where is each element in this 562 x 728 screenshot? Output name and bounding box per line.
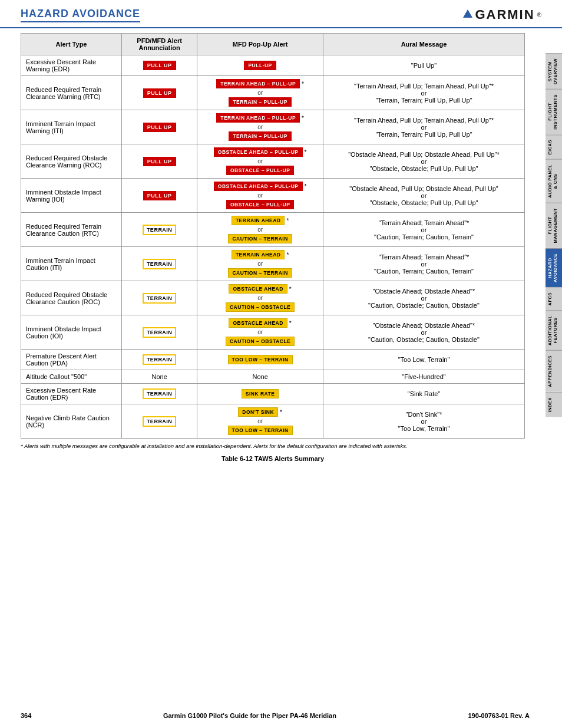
pfd-badge-cell: TERRAIN <box>122 213 197 247</box>
alert-type-cell: Premature Descent Alert Caution (PDA) <box>21 350 122 370</box>
pfd-yellow-outline-badge: TERRAIN <box>143 354 177 365</box>
mfd-yellow-badge: CAUTION – TERRAIN <box>228 234 292 243</box>
page-title: HAZARD AVOIDANCE <box>21 8 140 22</box>
mfd-yellow-badge: TERRAIN AHEAD <box>232 216 285 225</box>
aural-lines: "Obstacle Ahead, Pull Up; Obstacle Ahead… <box>328 185 520 206</box>
aural-lines: "Terrain Ahead, Pull Up; Terrain Ahead, … <box>328 83 520 104</box>
or-text: or <box>257 226 263 233</box>
alert-type-cell: Altitude Callout "500" <box>21 370 122 384</box>
mfd-yellow-badge: CAUTION – OBSTACLE <box>226 302 295 312</box>
pfd-yellow-outline-badge: TERRAIN <box>143 259 177 269</box>
sidebar-item-audio-panel[interactable]: AUDIO PANEL& CNS <box>546 159 562 203</box>
pfd-yellow-outline-badge: TERRAIN <box>143 225 177 235</box>
col-header-pfd: PFD/MFD Alert Annunciation <box>122 34 197 55</box>
aural-line: "Terrain, Terrain; Pull Up, Pull Up" <box>375 131 472 138</box>
side-tabs: SYSTEMOVERVIEW FLIGHTINSTRUMENTS EICAS A… <box>546 53 562 417</box>
mfd-red-badge: PULL-UP <box>244 61 276 70</box>
book-title: Garmin G1000 Pilot's Guide for the Piper… <box>163 712 336 719</box>
aural-line: "Terrain Ahead, Pull Up; Terrain Ahead, … <box>354 83 494 90</box>
aural-line: "Obstacle, Obstacle; Pull Up, Pull Up" <box>370 199 478 206</box>
aural-lines: "Terrain Ahead; Terrain Ahead"*or"Cautio… <box>328 253 520 275</box>
pfd-red-badge: PULL UP <box>143 123 176 132</box>
mfd-yellow-badge: SINK RATE <box>242 389 279 398</box>
sidebar-item-additional-features[interactable]: ADDITIONALFEATURES <box>546 310 562 350</box>
aural-line: "Don't Sink"* <box>406 411 442 418</box>
aural-lines: "Terrain Ahead; Terrain Ahead"*or"Cautio… <box>328 219 520 241</box>
mfd-badge-row: TERRAIN AHEAD – PULL-UP * <box>216 113 304 123</box>
sidebar-item-eicas[interactable]: EICAS <box>546 134 562 159</box>
aural-lines: "Don't Sink"*or"Too Low, Terrain" <box>328 411 520 432</box>
mfd-red-badge: TERRAIN – PULL-UP <box>229 131 292 141</box>
mfd-badge-row: OBSTACLE – PULL-UP <box>226 200 294 209</box>
mfd-yellow-badge: TOO LOW – TERRAIN <box>228 355 293 364</box>
mfd-cell: PULL-UP <box>197 55 323 76</box>
sidebar-item-flight-management[interactable]: FLIGHTMANAGEMENT <box>546 203 562 248</box>
aural-cell: "Don't Sink"*or"Too Low, Terrain" <box>323 404 525 439</box>
mfd-badge-row: TERRAIN AHEAD * <box>232 250 289 259</box>
aural-cell: "Terrain Ahead, Pull Up; Terrain Ahead, … <box>323 110 525 144</box>
aural-line: "Obstacle, Obstacle; Pull Up, Pull Up" <box>370 165 478 172</box>
alert-type-cell: Imminent Terrain Impact Caution (ITI) <box>21 247 122 281</box>
or-text: or <box>257 418 263 424</box>
alert-type-cell: Imminent Obstacle Impact Warning (IOI) <box>21 179 122 213</box>
mfd-cell: OBSTACLE AHEAD *orCAUTION – OBSTACLE <box>197 281 323 315</box>
table-caption: Table 6-12 TAWS Alerts Summary <box>21 455 525 462</box>
pfd-badge-cell: TERRAIN <box>122 404 197 439</box>
mfd-yellow-badge: TERRAIN AHEAD <box>232 250 285 259</box>
pfd-badge-cell: PULL UP <box>122 179 197 213</box>
table-row: Excessive Descent Rate Warning (EDR)PULL… <box>21 55 525 76</box>
asterisk-marker: * <box>280 409 282 416</box>
mfd-badge-row: TERRAIN AHEAD * <box>232 216 289 225</box>
alerts-table: Alert Type PFD/MFD Alert Annunciation MF… <box>21 33 525 439</box>
mfd-badge-row: TOO LOW – TERRAIN <box>228 426 293 435</box>
garmin-logo: GARMIN® <box>463 7 541 22</box>
mfd-badge-row: CAUTION – OBSTACLE <box>226 337 295 346</box>
sidebar-item-flight-instruments[interactable]: FLIGHTINSTRUMENTS <box>546 89 562 134</box>
table-row: Premature Descent Alert Caution (PDA)TER… <box>21 350 525 370</box>
mfd-badge-row: TERRAIN AHEAD – PULL-UP * <box>216 79 304 88</box>
mfd-red-badge: OBSTACLE – PULL-UP <box>226 200 294 209</box>
mfd-badge-row: SINK RATE <box>242 389 279 398</box>
mfd-cell: TERRAIN AHEAD *orCAUTION – TERRAIN <box>197 213 323 247</box>
sidebar-item-index[interactable]: INDEX <box>546 392 562 417</box>
aural-lines: "Terrain Ahead, Pull Up; Terrain Ahead, … <box>328 117 520 138</box>
sidebar-item-afcs[interactable]: AFCS <box>546 287 562 310</box>
aural-cell: "Sink Rate" <box>323 384 525 404</box>
garmin-triangle-icon <box>463 9 472 18</box>
aural-line: "Obstacle Ahead; Obstacle Ahead"* <box>373 288 475 295</box>
mfd-badge-row: OBSTACLE AHEAD * <box>229 284 291 294</box>
mfd-badge-row: OBSTACLE AHEAD – PULL-UP * <box>214 147 307 157</box>
pfd-red-badge: PULL UP <box>143 61 176 70</box>
table-row: Reduced Required Obstacle Clearance Caut… <box>21 281 525 315</box>
aural-line: or <box>421 124 427 131</box>
page-footer: 364 Garmin G1000 Pilot's Guide for the P… <box>21 712 530 719</box>
asterisk-marker: * <box>289 286 292 292</box>
table-row: Imminent Obstacle Impact Caution (IOI)TE… <box>21 315 525 350</box>
or-text: or <box>257 158 263 164</box>
mfd-yellow-badge: DON'T SINK <box>238 407 278 417</box>
aural-cell: "Obstacle Ahead, Pull Up; Obstacle Ahead… <box>323 179 525 213</box>
page-number: 364 <box>21 712 31 719</box>
mfd-badge-row: TERRAIN – PULL-UP <box>229 97 292 107</box>
aural-line: "Terrain Ahead; Terrain Ahead"* <box>379 219 470 226</box>
table-row: Altitude Callout "500"NoneNone"Five-Hund… <box>21 370 525 384</box>
pfd-yellow-outline-badge: TERRAIN <box>143 388 177 399</box>
alert-type-cell: Reduced Required Obstacle Clearance Caut… <box>21 281 122 315</box>
pfd-badge-cell: TERRAIN <box>122 247 197 281</box>
mfd-red-badge: OBSTACLE AHEAD – PULL-UP <box>214 147 303 157</box>
sidebar-item-system-overview[interactable]: SYSTEMOVERVIEW <box>546 53 562 89</box>
aural-cell: "Five-Hundred" <box>323 370 525 384</box>
or-text: or <box>257 295 263 301</box>
aural-line: or <box>421 226 427 233</box>
sidebar-item-appendices[interactable]: APPENDICES <box>546 350 562 392</box>
alert-type-cell: Imminent Terrain Impact Warning (ITI) <box>21 110 122 144</box>
sidebar-item-hazard-avoidance[interactable]: HAZARDAVOIDANCE <box>546 248 562 287</box>
mfd-yellow-badge: CAUTION – TERRAIN <box>228 268 292 278</box>
mfd-cell: SINK RATE <box>197 384 323 404</box>
mfd-yellow-badge: OBSTACLE AHEAD <box>229 284 287 294</box>
aural-line: "Too Low, Terrain" <box>398 425 450 432</box>
alert-type-cell: Reduced Required Obstacle Clearance Warn… <box>21 144 122 179</box>
mfd-cell: None <box>197 370 323 384</box>
alert-type-cell: Excessive Descent Rate Warning (EDR) <box>21 55 122 76</box>
aural-line: "Obstacle Ahead, Pull Up; Obstacle Ahead… <box>349 185 498 192</box>
